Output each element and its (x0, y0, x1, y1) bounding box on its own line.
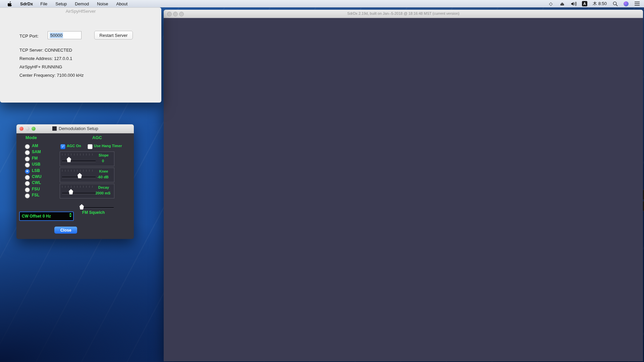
mode-radio-fm[interactable] (25, 157, 30, 162)
menu-file[interactable]: File (40, 1, 47, 6)
slope-slider[interactable] (67, 157, 71, 162)
eject-icon[interactable]: ⏏ (559, 1, 565, 7)
minimize-dialog-button[interactable] (25, 127, 30, 131)
decay-slider[interactable] (69, 189, 73, 194)
window-title: SdrDx 2.19d, built on Jan--5-2018 @ 18:1… (164, 11, 643, 15)
airspy-status-line: Remote Address: 127.0.0.1 (19, 56, 72, 61)
mode-radio-fsl[interactable] (25, 193, 30, 198)
menu-noise[interactable]: Noise (97, 1, 108, 6)
menu-setup[interactable]: Setup (55, 1, 67, 6)
mode-radio-cwl[interactable] (25, 181, 30, 186)
mode-heading: Mode (25, 135, 37, 140)
siri-icon[interactable] (624, 1, 629, 6)
airspy-status-line: TCP Server: CONNECTED (19, 48, 72, 53)
desktop: SdrDx FileSetupDemodNoiseAbout ◇ ⏏ A 木 8… (0, 0, 644, 362)
agc-decay-group: Decay2000 mS (60, 184, 114, 198)
airspy-title: AirSpyHfServer (0, 9, 161, 14)
knee-slider[interactable] (77, 173, 82, 178)
agc-knee-group: Knee-60 dB (60, 168, 114, 182)
mode-radio-am[interactable] (25, 144, 30, 149)
dialog-title: Demodulation Setup (59, 126, 98, 131)
airspy-status-line: AirSpyHF+ RUNNING (19, 64, 62, 69)
menu-demod[interactable]: Demod (75, 1, 89, 6)
mode-radio-usb[interactable] (25, 163, 30, 168)
mode-radio-fsu[interactable] (25, 187, 30, 192)
fm-squelch-slider[interactable] (79, 204, 84, 209)
demod-setup-dialog: Demodulation Setup Mode AGC CW Offset0 H… (16, 124, 134, 239)
agc-slope-group: Slope0 (60, 152, 114, 166)
volume-icon[interactable] (571, 1, 577, 7)
menu-app-name[interactable]: SdrDx (20, 1, 33, 6)
sdrdx-window: SdrDx 2.19d, built on Jan--5-2018 @ 18:1… (164, 10, 643, 361)
menu-about[interactable]: About (116, 1, 127, 6)
close-dialog-button[interactable] (19, 127, 23, 131)
input-source-icon[interactable]: A (582, 1, 587, 6)
agc-on-checkbox[interactable]: ✓ (60, 144, 65, 149)
tcp-port-input[interactable]: 50000 (48, 31, 82, 39)
airspy-status-line: Center Frequency: 7100.000 kHz (19, 73, 84, 78)
agc-heading: AGC (92, 135, 102, 140)
spotlight-icon[interactable] (612, 1, 618, 7)
close-button[interactable]: Close (54, 227, 77, 234)
tcp-port-label: TCP Port: (19, 34, 39, 39)
cw-offset-stepper[interactable] (69, 213, 72, 217)
zoom-dialog-button[interactable] (32, 127, 36, 131)
sdrdx-title-bar[interactable]: SdrDx 2.19d, built on Jan--5-2018 @ 18:1… (164, 10, 643, 18)
restart-server-button[interactable]: Restart Server (94, 31, 133, 40)
apple-menu-icon[interactable] (7, 1, 13, 7)
airspy-window: AirSpyHfServer TCP Port: 50000 Restart S… (0, 7, 161, 103)
dialog-icon (52, 126, 57, 131)
mode-radio-sam[interactable] (25, 150, 30, 155)
menu-bar: SdrDx FileSetupDemodNoiseAbout ◇ ⏏ A 木 8… (0, 0, 644, 7)
demod-title-bar[interactable]: Demodulation Setup (16, 124, 134, 133)
menu-clock[interactable]: 木 8:50 (593, 1, 607, 7)
mode-radio-lsb[interactable] (25, 169, 30, 174)
cw-offset-field[interactable]: CW Offset0 Hz (19, 212, 74, 221)
mode-radio-cwu[interactable] (25, 175, 30, 180)
use-hang-timer-checkbox[interactable] (88, 144, 93, 149)
notification-center-icon[interactable] (634, 1, 640, 7)
airplay-icon[interactable]: ◇ (548, 1, 554, 7)
